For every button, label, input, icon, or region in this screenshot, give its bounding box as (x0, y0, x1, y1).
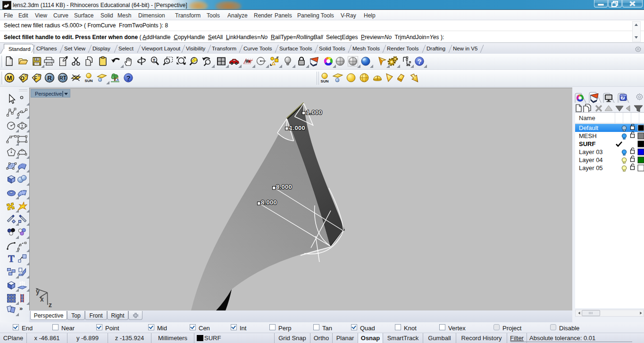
svg-text:8.000: 8.000 (276, 183, 292, 190)
svg-text:±: ± (153, 57, 156, 63)
svg-text:1.000: 1.000 (306, 109, 322, 116)
svg-text:?: ? (621, 95, 624, 100)
svg-text:z: z (49, 301, 52, 309)
svg-text:M: M (7, 74, 12, 82)
svg-text:y: y (36, 288, 40, 295)
svg-text:?: ? (417, 57, 421, 65)
svg-text:RT: RT (59, 75, 67, 81)
svg-text:SUN: SUN (85, 79, 93, 83)
svg-text:8.000: 8.000 (261, 199, 277, 206)
svg-text:R: R (47, 74, 52, 82)
svg-text:O: O (20, 75, 25, 81)
svg-text:SUN: SUN (321, 79, 329, 83)
svg-text:1.000: 1.000 (289, 124, 305, 131)
svg-text:T: T (8, 253, 15, 264)
svg-text:x: x (40, 295, 44, 303)
svg-text:?: ? (126, 74, 130, 82)
svg-text:F: F (34, 75, 37, 81)
